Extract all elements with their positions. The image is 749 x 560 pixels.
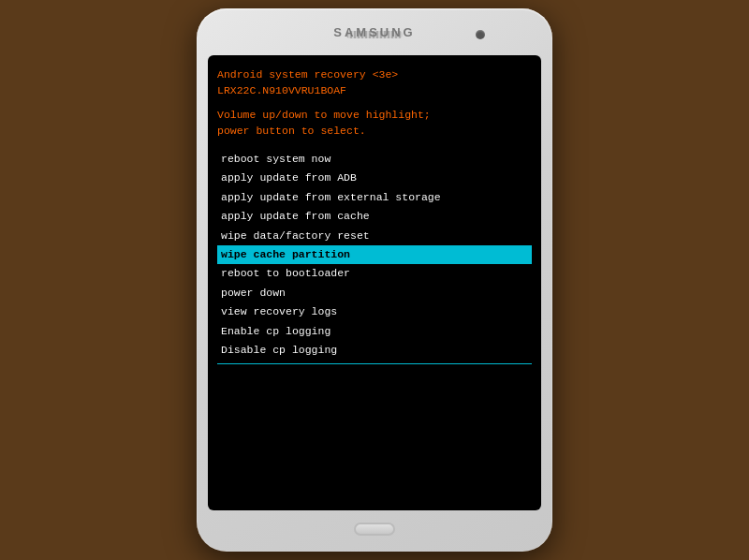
recovery-instructions: Volume up/down to move highlight; power …: [217, 107, 532, 140]
menu-item-view-recovery-logs[interactable]: view recovery logs: [217, 302, 532, 321]
menu-item-power-down[interactable]: power down: [217, 284, 532, 302]
camera-dot: [476, 30, 485, 39]
recovery-header: Android system recovery <3e> LRX22C.N910…: [217, 66, 532, 99]
menu-item-wipe-cache[interactable]: wipe cache partition: [217, 245, 532, 264]
menu-item-reboot-bootloader[interactable]: reboot to bootloader: [217, 264, 532, 283]
recovery-menu: reboot system nowapply update from ADBap…: [217, 150, 532, 360]
phone-top-bar: SAMSUNG: [208, 18, 541, 52]
menu-item-enable-cp-logging[interactable]: Enable cp logging: [217, 322, 532, 341]
menu-item-reboot-system[interactable]: reboot system now: [217, 150, 532, 169]
phone-screen: Android system recovery <3e> LRX22C.N910…: [208, 55, 541, 510]
menu-item-apply-update-adb[interactable]: apply update from ADB: [217, 169, 532, 187]
samsung-logo: SAMSUNG: [333, 25, 415, 39]
recovery-title-line2: LRX22C.N910VVRU1BOAF: [217, 82, 532, 98]
menu-divider: [217, 363, 532, 364]
menu-item-apply-update-cache[interactable]: apply update from cache: [217, 207, 532, 226]
menu-item-disable-cp-logging[interactable]: Disable cp logging: [217, 341, 532, 360]
instructions-line2: power button to select.: [217, 123, 532, 139]
phone-bottom-bar: [354, 516, 395, 542]
menu-item-apply-update-external[interactable]: apply update from external storage: [217, 188, 532, 207]
recovery-title-line1: Android system recovery <3e>: [217, 66, 532, 82]
menu-item-wipe-data[interactable]: wipe data/factory reset: [217, 227, 532, 245]
instructions-line1: Volume up/down to move highlight;: [217, 107, 532, 123]
home-button[interactable]: [354, 523, 395, 536]
phone-device: SAMSUNG Android system recovery <3e> LRX…: [197, 8, 552, 552]
